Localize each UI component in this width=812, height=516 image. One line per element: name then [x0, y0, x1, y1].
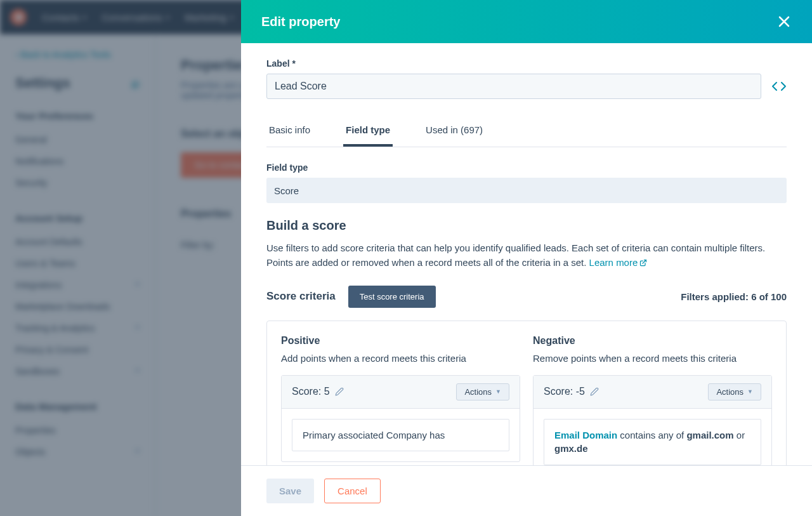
label-input[interactable] — [266, 74, 761, 99]
cancel-button[interactable]: Cancel — [324, 479, 381, 503]
build-score-heading: Build a score — [266, 218, 787, 233]
negative-actions-dropdown[interactable]: Actions▼ — [708, 383, 761, 400]
filters-applied-text: Filters applied: 6 of 100 — [681, 291, 787, 302]
panel-header: Edit property — [241, 0, 812, 43]
negative-criteria-card: Score: -5 Actions▼ Email Domain contains… — [533, 375, 772, 466]
test-score-criteria-button[interactable]: Test score criteria — [348, 286, 436, 308]
close-icon[interactable] — [776, 14, 792, 29]
positive-score[interactable]: Score: 5 — [292, 386, 344, 397]
positive-column: Positive Add points when a record meets … — [281, 335, 520, 466]
panel-title: Edit property — [261, 15, 340, 29]
panel-footer: Save Cancel — [241, 465, 812, 516]
field-type-value: Score — [266, 178, 787, 203]
learn-more-link[interactable]: Learn more — [589, 257, 648, 268]
negative-column: Negative Remove points when a record mee… — [533, 335, 772, 466]
positive-actions-dropdown[interactable]: Actions▼ — [456, 383, 509, 400]
positive-desc: Add points when a record meets this crit… — [281, 353, 520, 364]
tab-used-in[interactable]: Used in (697) — [423, 117, 485, 147]
negative-desc: Remove points when a record meets this c… — [533, 353, 772, 364]
code-icon[interactable] — [771, 79, 787, 94]
negative-title: Negative — [533, 335, 772, 347]
pencil-icon — [335, 387, 344, 396]
negative-criteria-box[interactable]: Email Domain contains any of gmail.com o… — [544, 419, 761, 466]
negative-score[interactable]: Score: -5 — [544, 386, 599, 397]
external-link-icon — [639, 259, 647, 267]
save-button[interactable]: Save — [266, 479, 314, 503]
tab-basic-info[interactable]: Basic info — [266, 117, 313, 147]
criteria-columns: Positive Add points when a record meets … — [266, 321, 787, 466]
field-type-label: Field type — [266, 162, 787, 173]
property-tabs: Basic info Field type Used in (697) — [266, 117, 787, 147]
pencil-icon — [590, 387, 599, 396]
edit-property-panel: Edit property Label * Basic info Field t… — [241, 0, 812, 516]
label-field-label: Label * — [266, 58, 787, 69]
score-criteria-title: Score criteria — [266, 290, 336, 303]
positive-criteria-card: Score: 5 Actions▼ Primary associated Com… — [281, 375, 520, 463]
positive-title: Positive — [281, 335, 520, 347]
positive-criteria-box[interactable]: Primary associated Company has — [292, 419, 509, 452]
svg-line-2 — [643, 260, 646, 264]
build-score-help: Use filters to add score criteria that c… — [266, 241, 787, 270]
tab-field-type[interactable]: Field type — [343, 117, 393, 147]
